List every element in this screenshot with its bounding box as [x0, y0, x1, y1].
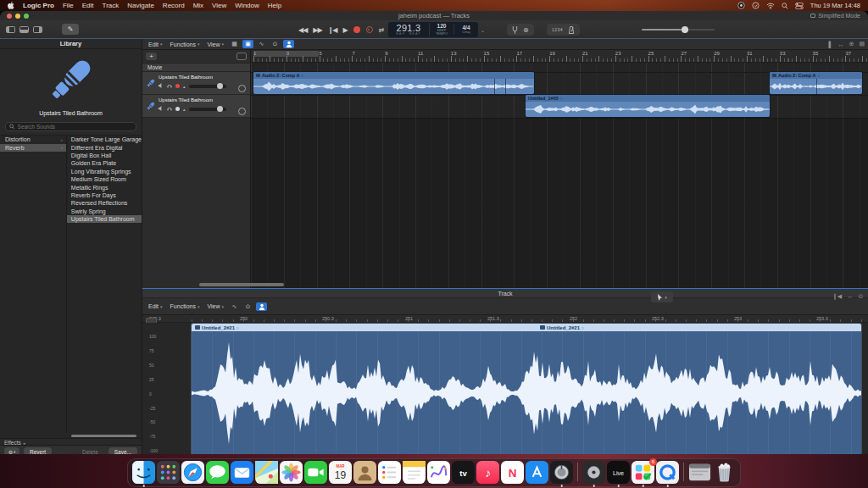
- dock-mail[interactable]: [230, 460, 254, 485]
- dock-photos[interactable]: [279, 460, 303, 485]
- audio-region[interactable]: Audio 2: Comp A○: [253, 72, 534, 94]
- menu-logic-pro[interactable]: Logic Pro: [23, 2, 54, 9]
- master-mute-icon[interactable]: ⊗: [523, 26, 529, 34]
- toggle-library-icon[interactable]: [6, 26, 15, 33]
- tuner-icon[interactable]: [512, 22, 518, 37]
- dock-freeform[interactable]: [426, 460, 451, 485]
- menu-record[interactable]: Record: [163, 2, 185, 9]
- volume-slider[interactable]: [189, 108, 226, 111]
- take-divider[interactable]: [816, 79, 817, 94]
- dock-facetime[interactable]: [303, 460, 328, 485]
- editor-audio-region[interactable]: Untitled_2#21 ○ Untitled_2#21 ○: [192, 324, 861, 455]
- preset-item[interactable]: Reversed Reflections: [67, 199, 142, 207]
- menu-functions[interactable]: Functions▾: [168, 303, 203, 309]
- editor-waveform-area[interactable]: [192, 331, 861, 455]
- lcd-key-signature[interactable]: 4/4 Cmaj: [453, 25, 478, 35]
- dock-finder[interactable]: [131, 460, 156, 485]
- menu-view[interactable]: View: [212, 2, 226, 9]
- automation-icon[interactable]: [283, 40, 294, 48]
- preset-item[interactable]: Metallic Rings: [67, 183, 142, 191]
- menu-track[interactable]: Track: [103, 2, 120, 9]
- capture-recording-button[interactable]: [366, 26, 373, 33]
- editor-ruler[interactable]: 249.3250250.3251251.3252252.3253253.3: [142, 315, 868, 323]
- marquee-icon[interactable]: ▌: [829, 42, 833, 47]
- pan-knob[interactable]: [238, 108, 246, 115]
- preset-item[interactable]: Golden Era Plate: [67, 159, 142, 167]
- tracks-h-scrollbar[interactable]: [199, 283, 284, 286]
- dock-maps[interactable]: [254, 460, 279, 485]
- record-button[interactable]: [353, 26, 360, 33]
- preset-item[interactable]: Medium Sized Room: [67, 175, 142, 183]
- solo-headphones-icon[interactable]: [167, 106, 172, 112]
- menu-mix[interactable]: Mix: [193, 2, 203, 9]
- dock-trash[interactable]: [712, 460, 737, 485]
- lcd-tempo[interactable]: 120 KEEP TEMPO: [429, 23, 453, 36]
- menu-file[interactable]: File: [63, 2, 74, 9]
- spotlight-search-icon[interactable]: [782, 3, 788, 9]
- menu-window[interactable]: Window: [235, 2, 259, 9]
- preset-item[interactable]: Swirly Spring: [67, 208, 142, 215]
- screen-recording-icon[interactable]: [737, 2, 745, 9]
- menu-edit[interactable]: Edit▾: [146, 303, 165, 309]
- preset-item[interactable]: Different Era Digital: [67, 143, 142, 151]
- dock-app-store[interactable]: [525, 460, 549, 485]
- audio-region[interactable]: Untitled_1#05○: [526, 95, 770, 117]
- preset-item[interactable]: Digital Box Hall: [67, 152, 142, 159]
- category-reverb[interactable]: Reverb›: [0, 144, 66, 152]
- editor-tab[interactable]: Track: [142, 289, 868, 298]
- movie-track-header[interactable]: Movie: [142, 63, 250, 72]
- dock-quicktime[interactable]: [655, 460, 680, 485]
- dock-contacts[interactable]: [353, 460, 377, 485]
- quick-help-button[interactable]: ✎: [62, 24, 79, 35]
- add-track-button[interactable]: +: [146, 53, 157, 60]
- mute-icon[interactable]: [159, 106, 164, 112]
- master-volume-slider[interactable]: [642, 29, 715, 30]
- record-enable-button[interactable]: [175, 84, 180, 88]
- editor-catch-icon[interactable]: ❙◀: [832, 293, 842, 300]
- preset-item[interactable]: Reverb For Days: [67, 191, 142, 199]
- menu-bar-clock[interactable]: Thu 19 Mar 14:48: [810, 2, 860, 9]
- rewind-button[interactable]: ◀◀: [298, 26, 307, 34]
- master-volume-thumb[interactable]: [682, 26, 688, 33]
- track-header-options-icon[interactable]: [236, 53, 247, 60]
- count-in-button[interactable]: 1234: [552, 27, 563, 32]
- simplified-mode-toggle[interactable]: Simplified Mode: [810, 13, 860, 19]
- view-options-icon[interactable]: ▤: [859, 41, 865, 47]
- menu-edit[interactable]: Edit: [82, 2, 94, 9]
- dock-launchpad[interactable]: [156, 460, 181, 485]
- library-search[interactable]: [5, 122, 136, 131]
- menu-view[interactable]: View▾: [204, 303, 226, 309]
- preset-item[interactable]: Upstairs Tiled Bathroom: [67, 215, 142, 223]
- display-icon[interactable]: [752, 2, 760, 9]
- library-scrollbar[interactable]: [0, 433, 142, 438]
- dock-disk-image[interactable]: [581, 460, 606, 485]
- track-header-1[interactable]: Upstairs Tiled Bathroom▴: [142, 72, 250, 95]
- dock-news[interactable]: N: [500, 460, 525, 485]
- menu-edit[interactable]: Edit▾: [146, 42, 165, 47]
- toggle-editors-icon[interactable]: [19, 26, 29, 33]
- dock-ableton-live[interactable]: Live: [606, 460, 631, 485]
- editor-zoom-icon[interactable]: ↔: [847, 293, 853, 300]
- title-bar[interactable]: jaheim podcast — Tracks Simplified Mode: [0, 11, 868, 20]
- record-enable-button[interactable]: [175, 107, 180, 111]
- take-divider[interactable]: [505, 79, 506, 94]
- editor-automation-icon[interactable]: [256, 302, 267, 311]
- cycle-button[interactable]: ⇄: [379, 26, 384, 34]
- category-distortion[interactable]: Distortion›: [0, 136, 66, 144]
- editor-crossfade-icon[interactable]: ∿: [229, 302, 240, 311]
- menu-functions[interactable]: Functions▾: [168, 42, 203, 47]
- take-divider[interactable]: [494, 79, 495, 94]
- dock-music[interactable]: ♪: [476, 460, 500, 485]
- tracks-grid[interactable]: Audio 2: Comp A○Untitled_1#05○Audio 2: C…: [251, 63, 868, 288]
- zoom-h-icon[interactable]: ↔: [838, 42, 844, 47]
- zoom-add-icon[interactable]: ⊕: [849, 41, 854, 47]
- pointer-tool-menu[interactable]: ▾: [651, 291, 673, 302]
- preset-item[interactable]: Long Vibrating Springs: [67, 168, 142, 175]
- lcd-chevron-icon[interactable]: ⌄: [481, 27, 485, 33]
- mute-icon[interactable]: [159, 83, 164, 89]
- catch-playhead-icon[interactable]: ▦: [229, 40, 240, 48]
- lcd-display[interactable]: 291.3 BAR BEAT 120 KEEP TEMPO 4/4 Cmaj: [388, 22, 478, 37]
- dock-notes[interactable]: [402, 460, 426, 485]
- editor-flex-icon[interactable]: ⊙: [242, 302, 253, 311]
- forward-button[interactable]: ▶▶: [313, 26, 321, 34]
